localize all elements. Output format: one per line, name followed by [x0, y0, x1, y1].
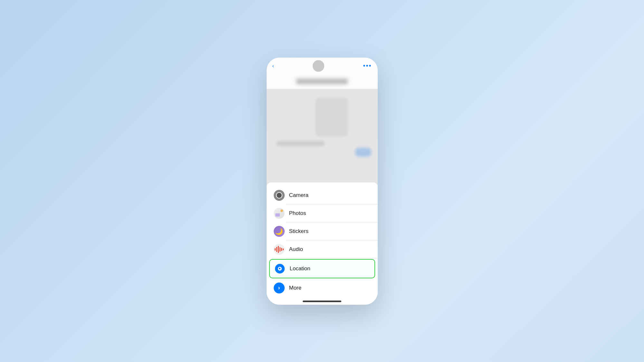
sticker-moon-icon: 🌙: [275, 227, 283, 235]
camera-label: Camera: [289, 192, 308, 199]
audio-icon: [274, 244, 285, 255]
menu-item-camera[interactable]: Camera: [267, 186, 378, 204]
phone-container: ‹ ••• Camera Photos 🌙 Stickers: [267, 58, 378, 305]
phone-header: ‹ •••: [267, 58, 378, 74]
more-button[interactable]: •••: [363, 62, 372, 70]
more-icon: ›: [274, 283, 285, 293]
more-chevron-icon: ›: [278, 284, 280, 291]
more-label: More: [289, 285, 302, 291]
menu-item-stickers[interactable]: 🌙 Stickers: [267, 222, 378, 240]
photos-icon: [274, 208, 285, 219]
stickers-icon: 🌙: [274, 226, 285, 237]
header-avatar: [313, 60, 324, 72]
chat-name-blur: [296, 79, 348, 84]
camera-icon: [274, 190, 285, 201]
menu-item-location[interactable]: Location: [269, 259, 375, 278]
camera-lens: [276, 192, 282, 199]
menu-item-more[interactable]: › More: [267, 279, 378, 297]
home-indicator: [303, 301, 341, 302]
photos-label: Photos: [289, 210, 306, 217]
location-label: Location: [290, 265, 310, 272]
menu-item-photos[interactable]: Photos: [267, 204, 378, 222]
location-icon: [274, 263, 285, 274]
stickers-label: Stickers: [289, 228, 308, 235]
back-button[interactable]: ‹: [272, 63, 274, 69]
action-sheet: Camera Photos 🌙 Stickers: [267, 182, 378, 305]
menu-item-audio[interactable]: Audio: [267, 240, 378, 258]
audio-label: Audio: [289, 246, 303, 253]
chat-name-area: [267, 74, 378, 89]
